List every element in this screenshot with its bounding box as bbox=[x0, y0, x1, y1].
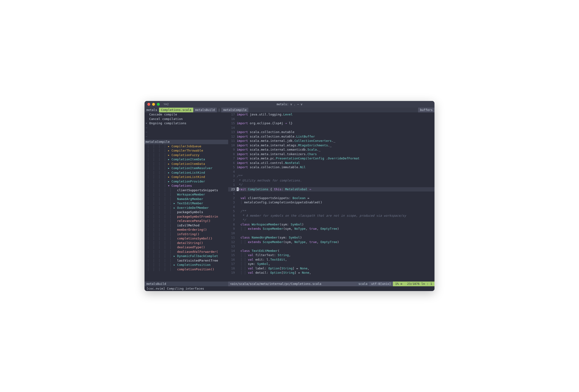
outline-item[interactable]: ┆ ┆ ┆ ┆ ▸ CompletionFuzzy bbox=[145, 153, 228, 157]
outline-item[interactable]: ┆ ┆ ┆ ┆ ┆ ▸ CompletionPosition bbox=[145, 263, 228, 267]
outline-item[interactable]: ┆ ┆ ┆ ┆ ┆ detailString() bbox=[145, 241, 228, 245]
tab-active[interactable]: Completions.scala bbox=[159, 108, 193, 112]
close-icon[interactable] bbox=[147, 103, 150, 106]
code-line[interactable]: 12import scala.collection.mutable.ListBu… bbox=[228, 134, 434, 139]
line-number: 15 bbox=[228, 121, 237, 126]
outline-item[interactable]: ┆ ┆ ┆ ┆ ▸ CompletionItemData bbox=[145, 157, 228, 162]
code-line[interactable]: 11 class NamedArgMember(sym: Symbol) bbox=[228, 235, 434, 240]
outline-item-label: OverrideDefMember bbox=[177, 206, 209, 209]
code-line[interactable]: 23trait Completions { this: MetalsGlobal… bbox=[228, 187, 434, 192]
code-line[interactable]: 8 class WorkspaceMember(sym: Symbol) bbox=[228, 222, 434, 227]
code-line[interactable]: 13import scala.collection.mutable bbox=[228, 130, 434, 134]
line-number: 5 bbox=[228, 165, 237, 170]
empty-line: ~ bbox=[145, 130, 228, 134]
code-line[interactable]: 10 bbox=[228, 231, 434, 236]
sidebar-action[interactable]: Cascade compile bbox=[145, 112, 228, 117]
code-line[interactable]: 2 val clientSupportsSnippets: Boolean = bbox=[228, 196, 434, 200]
outline-item-label: CompletionPosition bbox=[177, 263, 211, 266]
caret-right-icon: ▸ bbox=[173, 254, 177, 258]
outline-item[interactable]: ┆ ┆ ┆ ┆ ▸ CompletionItemData bbox=[145, 162, 228, 166]
code-line[interactable]: 15import org.eclipse.{lsp4j ⇒ l} bbox=[228, 121, 434, 126]
code-line[interactable]: 12 ┆ ┆ extends ScopeMember(sym, NoType, … bbox=[228, 240, 434, 245]
outline-item[interactable]: ┆ ┆ ┆ ┆ ▸ CompletionListKind bbox=[145, 175, 228, 179]
outline-item[interactable]: ┆ ┆ ┆ ┆ ┆ ▸ DynamicFallbackComplet bbox=[145, 254, 228, 259]
sidebar-action[interactable]: ▾ Ongoing compilations bbox=[145, 121, 228, 126]
outline-item[interactable]: ┆ ┆ ┆ ┆ ┆ isEvilMethod bbox=[145, 223, 228, 228]
outline-heading[interactable]: metalsCompile bbox=[145, 140, 228, 144]
outline-item-label: DynamicFallbackComplet bbox=[177, 254, 218, 258]
code-line[interactable]: 15 ┆ ┆ val filterText: String, bbox=[228, 253, 434, 258]
sidebar-action[interactable]: Cancel compilation bbox=[145, 117, 228, 121]
code-line[interactable]: 4 bbox=[228, 170, 434, 174]
code-line[interactable]: 13 bbox=[228, 244, 434, 249]
line-number: 6 bbox=[228, 161, 237, 165]
outline-item[interactable]: ┆ ┆ ┆ ┆ ┆ ▸ TextEditMember bbox=[145, 201, 228, 206]
code-line[interactable]: 17import java.util.logging.Level bbox=[228, 112, 434, 117]
outline-item[interactable]: ┆ ┆ ┆ ┆ ┆ clientSupportsSnippets bbox=[145, 188, 228, 193]
code-line[interactable]: 16 ┆ ┆ val edit: l.TextEdit, bbox=[228, 258, 434, 262]
outline-item[interactable]: ┆ ┆ ┆ ┆ ▸ CompletionListKind bbox=[145, 171, 228, 175]
code-line[interactable]: 18 ┆ ┆ val label: Option[String] = None, bbox=[228, 266, 434, 271]
tab-buffers[interactable]: buffers bbox=[418, 108, 434, 112]
buffer-tabline: metals Completions.scala metalsBuild | m… bbox=[145, 108, 434, 112]
tab-metals-build[interactable]: metalsBuild bbox=[193, 108, 217, 112]
outline-item[interactable]: ┆ ┆ ┆ ┆ ┆ dealiasedType() bbox=[145, 245, 228, 250]
code-line[interactable]: 11import scala.meta.internal.jdk.Collect… bbox=[228, 139, 434, 143]
outline-item[interactable]: ┆ ┆ ┆ ┆ ┆ ▸ OverrideDefMember bbox=[145, 206, 228, 210]
status-position: 23/1876 ln : 1 bbox=[405, 281, 434, 286]
code-line[interactable]: 19 ┆ ┆ val detail: Option[String] = None… bbox=[228, 271, 434, 275]
outline-item[interactable]: ┆ ┆ ┆ ┆ ┆ packageSymbols bbox=[145, 210, 228, 214]
outline-item[interactable]: ┆ ┆ ┆ ┆ ▸ CompletionProvider bbox=[145, 179, 228, 184]
code-line[interactable]: 5 /** bbox=[228, 209, 434, 214]
code-line[interactable]: 5import scala.collection.immutable.Nil bbox=[228, 165, 434, 170]
code-line[interactable]: 3/** bbox=[228, 174, 434, 178]
outline-item[interactable]: ┆ ┆ ┆ ┆ ▸ CompilerThrowable bbox=[145, 148, 228, 153]
titlebar[interactable]: ⌥⌘2 metals: v . — v bbox=[145, 101, 434, 108]
code-editor[interactable]: 17import java.util.logging.Level1615impo… bbox=[228, 112, 434, 281]
code-line[interactable]: 9import scala.meta.internal.semanticdb.S… bbox=[228, 147, 434, 152]
outline-item[interactable]: ┆ ┆ ┆ ┆ ▾ Completions bbox=[145, 184, 228, 188]
outline-item[interactable]: ┆ ┆ ┆ ┆ ┆ infoString() bbox=[145, 232, 228, 237]
outline-item[interactable]: ┆ ┆ ┆ ┆ ┆ dealiasedValForwarder( bbox=[145, 250, 228, 254]
outline-item[interactable]: ┆ ┆ ┆ ┆ ▸ CompilerJobQueue bbox=[145, 144, 228, 149]
code-line[interactable]: 8import scala.meta.internal.tokenizers.C… bbox=[228, 152, 434, 157]
code-line[interactable]: 10import scala.meta.internal.mtags.Mtags… bbox=[228, 143, 434, 148]
caret-right-icon: ▸ bbox=[168, 153, 172, 157]
outline-item[interactable]: ┆ ┆ ┆ ┆ ┆ completionsSymbol() bbox=[145, 236, 228, 241]
maximize-icon[interactable] bbox=[157, 103, 160, 106]
code-line[interactable]: 6 * A member for symbols on the classpat… bbox=[228, 214, 434, 218]
status-filepath: <ain/scala/scala/meta/internal/pc/Comple… bbox=[228, 281, 357, 286]
code-line[interactable]: 14 bbox=[228, 126, 434, 130]
code-line[interactable]: 14 class TextEditMember( bbox=[228, 249, 434, 253]
code-line[interactable]: 1 bbox=[228, 192, 434, 196]
outline-item[interactable]: ┆ ┆ ┆ ┆ ┆ packageSymbolFromStrin bbox=[145, 214, 228, 219]
outline-item-label: packageSymbolFromStrin bbox=[177, 215, 218, 218]
outline-item-label: CompletionListKind bbox=[172, 175, 205, 179]
code-line[interactable]: 4 bbox=[228, 205, 434, 209]
line-number: 5 bbox=[228, 209, 237, 214]
outline-item[interactable]: ┆ ┆ ┆ ┆ ┆ lastVisistedParentTree bbox=[145, 259, 228, 263]
code-line[interactable]: 2 * Utility methods for completions. bbox=[228, 178, 434, 183]
code-line[interactable]: 9 ┆ ┆ extends ScopeMember(sym, NoType, t… bbox=[228, 227, 434, 231]
minimize-icon[interactable] bbox=[152, 103, 155, 106]
outline-item-label: NamedArgMember bbox=[177, 197, 203, 201]
code-line[interactable]: 3 ┆ metalsConfig.isCompletionSnippetsEna… bbox=[228, 200, 434, 205]
outline-item[interactable]: ┆ ┆ ┆ ┆ ┆ completionPosition() bbox=[145, 267, 228, 272]
outline-item[interactable]: ┆ ┆ ┆ ┆ ┆ relevancePenalty() bbox=[145, 219, 228, 223]
code-line[interactable]: 7 */ bbox=[228, 218, 434, 222]
code-line[interactable]: 1 */ bbox=[228, 183, 434, 187]
tab-metals-compile[interactable]: metalsCompile bbox=[221, 108, 248, 112]
outline-item[interactable]: ┆ ┆ ┆ ┆ ┆ WorkspaceMember bbox=[145, 193, 228, 197]
code-line[interactable]: 17 ┆ ┆ sym: Symbol, bbox=[228, 262, 434, 266]
caret-right-icon: ▸ bbox=[168, 166, 172, 170]
outline-item-label: CompletionItemResolver bbox=[172, 166, 213, 170]
outline-item-label: Completions bbox=[172, 184, 192, 188]
code-line[interactable]: 16 bbox=[228, 117, 434, 121]
empty-line: ~ bbox=[145, 134, 228, 139]
code-line[interactable]: 7import scala.meta.pc.PresentationCompil… bbox=[228, 156, 434, 161]
sidebar[interactable]: Cascade compile Cancel compilation ▾ Ong… bbox=[145, 112, 228, 281]
outline-item[interactable]: ┆ ┆ ┆ ┆ ┆ memberOrdering() bbox=[145, 228, 228, 232]
code-line[interactable]: 6import scala.util.control.NonFatal bbox=[228, 161, 434, 165]
outline-item[interactable]: ┆ ┆ ┆ ┆ ┆ NamedArgMember bbox=[145, 197, 228, 201]
outline-item[interactable]: ┆ ┆ ┆ ┆ ▸ CompletionItemResolver bbox=[145, 166, 228, 171]
